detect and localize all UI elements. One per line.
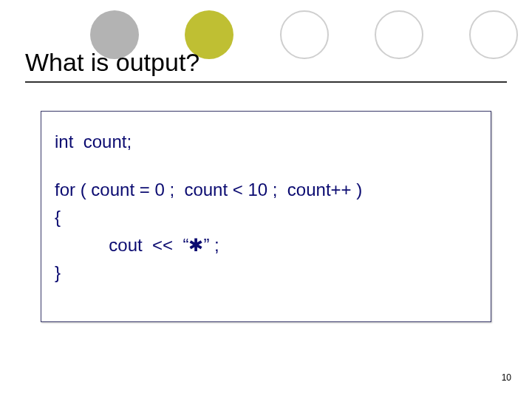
code-line-open-brace: { [55, 203, 477, 231]
code-box: int count; for ( count = 0 ; count < 10 … [41, 111, 491, 322]
slide-title-block: What is output? [25, 48, 507, 83]
code-line-for: for ( count = 0 ; count < 10 ; count++ ) [55, 176, 477, 203]
title-underline [25, 81, 507, 83]
slide-title: What is output? [25, 48, 507, 81]
code-line-close-brace: } [55, 259, 477, 286]
code-blank-line [55, 155, 477, 176]
page-number: 10 [502, 372, 511, 383]
code-line-cout: cout << “✱” ; [55, 231, 477, 259]
code-line-declaration: int count; [55, 128, 477, 155]
